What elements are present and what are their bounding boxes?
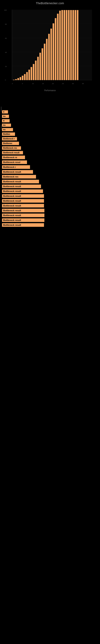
result-label: Bottlen bbox=[2, 132, 15, 136]
results-list: E Bo B Bo Bo Bottlen Bottleneck r Bottle… bbox=[0, 106, 100, 232]
svg-rect-42 bbox=[70, 10, 72, 80]
svg-text:30: 30 bbox=[72, 83, 74, 84]
svg-rect-25 bbox=[33, 64, 34, 80]
result-label: Bottleneck result bbox=[2, 214, 44, 217]
result-label: Bottleneck result bbox=[2, 151, 23, 154]
list-item: E bbox=[2, 110, 98, 114]
indicator-line-2 bbox=[1, 125, 1, 130]
result-label: Bottleneck result bbox=[2, 170, 33, 174]
svg-rect-17 bbox=[15, 79, 17, 80]
list-item: Bottleneck result bbox=[2, 190, 98, 193]
svg-text:100: 100 bbox=[4, 9, 7, 11]
svg-rect-36 bbox=[57, 14, 59, 80]
result-label: Bottleneck result bbox=[2, 194, 44, 198]
list-item: Bottleneck res bbox=[2, 146, 98, 150]
svg-rect-33 bbox=[50, 28, 52, 80]
svg-text:40: 40 bbox=[5, 52, 7, 53]
svg-text:35: 35 bbox=[82, 83, 84, 84]
result-label: Bo bbox=[2, 115, 9, 118]
list-item: Bottleneck result bbox=[2, 204, 98, 208]
svg-rect-28 bbox=[39, 53, 41, 80]
result-label: Bottleneck result bbox=[2, 204, 44, 208]
svg-rect-35 bbox=[55, 18, 56, 80]
svg-rect-23 bbox=[28, 70, 30, 80]
result-label: Bo bbox=[2, 128, 13, 131]
svg-rect-39 bbox=[64, 10, 65, 80]
result-label: Bo bbox=[2, 124, 11, 127]
svg-rect-45 bbox=[77, 10, 78, 80]
svg-rect-44 bbox=[75, 10, 76, 80]
svg-rect-38 bbox=[61, 10, 63, 80]
result-label: Bottleneck resul bbox=[2, 160, 27, 164]
svg-rect-37 bbox=[59, 11, 61, 80]
list-item: Bottleneck result bbox=[2, 184, 98, 188]
result-label: Bottleneck result bbox=[2, 180, 39, 183]
site-title: TheBottlenecker.com bbox=[0, 0, 100, 6]
list-item: Bottleneck resul bbox=[2, 160, 98, 164]
list-item: Bottleneck result bbox=[2, 209, 98, 212]
svg-text:0: 0 bbox=[12, 83, 13, 84]
result-label: Bottleneck r bbox=[2, 137, 17, 140]
result-label: Bottleneck result bbox=[2, 199, 44, 203]
svg-rect-31 bbox=[46, 39, 48, 80]
svg-text:25: 25 bbox=[62, 83, 64, 84]
svg-rect-30 bbox=[44, 44, 46, 80]
result-label: Bottleneck r bbox=[2, 165, 30, 169]
svg-rect-29 bbox=[42, 48, 43, 80]
list-item: Bottleneck r bbox=[2, 165, 98, 169]
svg-rect-21 bbox=[24, 74, 26, 80]
result-label: Bottleneck re bbox=[2, 156, 25, 159]
chart-area: 0 5 10 15 20 25 30 35 bbox=[0, 6, 100, 106]
list-item: Bo bbox=[2, 115, 98, 118]
svg-rect-34 bbox=[52, 23, 54, 80]
svg-text:15: 15 bbox=[42, 83, 44, 84]
list-item: Bottleneck result bbox=[2, 218, 98, 222]
result-label: Bottleneck result bbox=[2, 209, 44, 212]
svg-rect-19 bbox=[20, 77, 21, 80]
svg-text:Performance: Performance bbox=[44, 89, 56, 92]
list-item: Bottleneck result bbox=[2, 223, 98, 227]
indicator-line-1 bbox=[1, 107, 1, 112]
svg-text:80: 80 bbox=[5, 23, 7, 25]
svg-text:60: 60 bbox=[5, 38, 7, 39]
svg-rect-27 bbox=[37, 57, 39, 80]
svg-rect-16 bbox=[13, 80, 15, 80]
list-item: Bo bbox=[2, 128, 98, 131]
result-label: Bottleneck res bbox=[2, 175, 36, 178]
svg-text:0: 0 bbox=[5, 79, 6, 81]
result-label: B bbox=[2, 119, 10, 122]
list-item: B bbox=[2, 119, 98, 122]
svg-rect-41 bbox=[68, 10, 70, 80]
svg-rect-40 bbox=[66, 10, 67, 80]
list-item: Bottleneck result bbox=[2, 214, 98, 217]
result-label: Bottleneck result bbox=[2, 223, 44, 227]
result-label: Bottleneck res bbox=[2, 146, 21, 150]
svg-rect-18 bbox=[17, 78, 19, 80]
list-item: Bottleneck result bbox=[2, 194, 98, 198]
main-chart: 0 5 10 15 20 25 30 35 bbox=[4, 6, 96, 94]
list-item: Bottleneck result bbox=[2, 199, 98, 203]
list-item: Bottleneck result bbox=[2, 151, 98, 154]
svg-rect-43 bbox=[72, 10, 74, 80]
list-item: Bottleneck re bbox=[2, 156, 98, 159]
list-item: Bottlenec bbox=[2, 142, 98, 145]
svg-text:20: 20 bbox=[52, 83, 54, 84]
result-label: Bottlenec bbox=[2, 142, 19, 145]
result-label: Bottleneck result bbox=[2, 190, 43, 193]
list-item: Bottleneck res bbox=[2, 175, 98, 178]
list-item: Bottleneck r bbox=[2, 137, 98, 140]
result-label: Bottleneck result bbox=[2, 218, 44, 222]
list-item: Bottleneck result bbox=[2, 180, 98, 183]
result-label: Bottleneck result bbox=[2, 184, 41, 188]
list-item: Bottleneck result bbox=[2, 170, 98, 174]
svg-rect-32 bbox=[48, 34, 50, 80]
list-item: Bottlen bbox=[2, 132, 98, 136]
svg-text:10: 10 bbox=[32, 83, 34, 84]
svg-rect-22 bbox=[26, 72, 28, 80]
svg-text:20: 20 bbox=[5, 66, 7, 68]
svg-text:5: 5 bbox=[22, 83, 23, 84]
list-item: Bo bbox=[2, 124, 98, 127]
svg-rect-20 bbox=[22, 76, 23, 80]
svg-rect-24 bbox=[31, 67, 32, 80]
svg-rect-26 bbox=[35, 60, 37, 80]
